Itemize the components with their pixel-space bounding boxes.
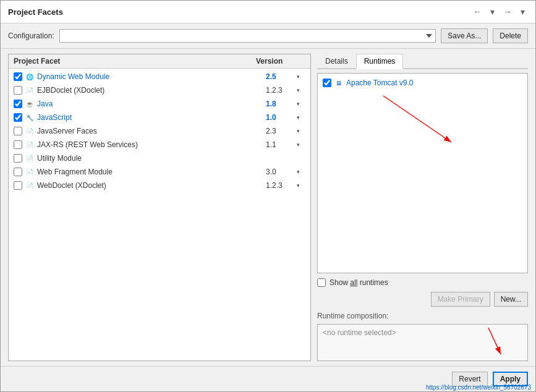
facet-name-ejbdoclet: EJBDoclet (XDoclet)	[37, 86, 266, 95]
list-item: 📄 EJBDoclet (XDoclet) 1.2.3 ▾	[9, 83, 310, 97]
list-item: 🌐 Dynamic Web Module 2.5 ▾	[9, 70, 310, 83]
list-item: 🔧 JavaScript 1.0 ▾	[9, 111, 310, 124]
dialog-title: Project Facets	[8, 7, 63, 17]
facet-check-webfrag[interactable]	[14, 168, 22, 176]
nav-dropdown-button[interactable]: ▾	[487, 6, 498, 18]
facet-check-ejbdoclet[interactable]	[14, 86, 22, 95]
list-item: 📄 JavaServer Faces 2.3 ▾	[9, 124, 310, 138]
facet-name-jaxrs: JAX-RS (REST Web Services)	[37, 140, 266, 149]
webfrag-icon: 📄	[25, 167, 35, 177]
show-all-runtimes-label: Show all runtimes	[330, 278, 388, 287]
facet-version-webdoclet: 1.2.3	[266, 181, 297, 190]
title-bar: Project Facets ← ▾ → ▾	[1, 1, 535, 23]
list-item: 📄 WebDoclet (XDoclet) 1.2.3 ▾	[9, 179, 310, 192]
facet-dropdown-dynamic-web[interactable]: ▾	[297, 74, 305, 80]
list-item: 📄 Utility Module	[9, 151, 310, 165]
tabs: Details Runtimes	[317, 54, 528, 69]
facet-version-dynamic-web: 2.5	[266, 72, 297, 81]
runtime-buttons: Make Primary New...	[317, 292, 528, 307]
facet-name-webdoclet: WebDoclet (XDoclet)	[37, 181, 266, 190]
list-item: 📄 Web Fragment Module 3.0 ▾	[9, 165, 310, 179]
facet-check-dynamic-web[interactable]	[14, 72, 22, 81]
jaxrs-icon: 📄	[25, 140, 35, 150]
facet-name-jsf: JavaServer Faces	[37, 127, 266, 135]
facet-check-java[interactable]	[14, 100, 22, 108]
list-item: ☕ Java 1.8 ▾	[9, 97, 310, 111]
runtime-composition-label: Runtime composition:	[317, 312, 528, 320]
facet-version-javascript: 1.0	[266, 113, 297, 122]
runtime-name-tomcat: Apache Tomcat v9.0	[346, 79, 414, 87]
js-icon: 🔧	[25, 113, 35, 122]
facets-panel: Project Facet Version 🌐 Dynamic Web Modu…	[8, 54, 311, 361]
title-bar-nav: ← ▾ → ▾	[470, 6, 528, 18]
facet-dropdown-jaxrs[interactable]: ▾	[297, 142, 305, 148]
show-all-runtimes-row: Show all runtimes	[317, 277, 528, 288]
java-icon: ☕	[25, 99, 35, 109]
facet-version-jsf: 2.3	[266, 127, 297, 135]
runtime-item: 🖥 Apache Tomcat v9.0	[320, 76, 525, 90]
dialog-wrapper: Project Facets ← ▾ → ▾ Configuration: Sa…	[0, 0, 536, 392]
webdoclet-icon: 📄	[25, 181, 35, 190]
facet-version-webfrag: 3.0	[266, 168, 297, 176]
facet-version-java: 1.8	[266, 100, 297, 108]
facet-dropdown-jsf[interactable]: ▾	[297, 128, 305, 134]
no-runtime-selected-text: <no runtime selected>	[323, 328, 396, 337]
col-version: Version	[256, 57, 305, 66]
runtime-check-tomcat[interactable]	[323, 79, 331, 87]
facet-check-utility[interactable]	[14, 154, 22, 163]
list-item: 📄 JAX-RS (REST Web Services) 1.1 ▾	[9, 138, 310, 151]
tab-runtimes[interactable]: Runtimes	[356, 54, 404, 69]
footer-url: https://blog.csdn.net/weixin_56702673	[426, 384, 531, 391]
runtime-composition-box: <no runtime selected>	[317, 324, 528, 361]
facet-dropdown-webfrag[interactable]: ▾	[297, 169, 305, 175]
facet-header: Project Facet Version	[9, 54, 310, 69]
facet-dropdown-webdoclet[interactable]: ▾	[297, 182, 305, 189]
right-panel: Details Runtimes 🖥 Apache Tomcat v9.0	[317, 54, 528, 361]
facet-version-ejbdoclet: 1.2.3	[266, 86, 297, 95]
facet-name-java: Java	[37, 100, 266, 108]
col-project-facet: Project Facet	[14, 57, 256, 66]
back-button[interactable]: ←	[470, 6, 485, 18]
web-module-icon: 🌐	[25, 72, 35, 82]
tab-details[interactable]: Details	[317, 54, 356, 68]
new-runtime-button[interactable]: New...	[494, 292, 528, 307]
facet-name-utility: Utility Module	[37, 154, 274, 163]
facet-dropdown-javascript[interactable]: ▾	[297, 114, 305, 121]
config-select[interactable]	[59, 29, 436, 43]
facet-dropdown-java[interactable]: ▾	[297, 101, 305, 107]
facet-list: 🌐 Dynamic Web Module 2.5 ▾ 📄 EJBDoclet (…	[9, 69, 310, 360]
ejb-icon: 📄	[25, 85, 35, 95]
facet-name-dynamic-web: Dynamic Web Module	[37, 72, 266, 81]
facet-check-javascript[interactable]	[14, 113, 22, 122]
save-as-button[interactable]: Save As...	[441, 28, 488, 43]
configuration-row: Configuration: Save As... Delete	[1, 23, 535, 49]
main-content: Project Facet Version 🌐 Dynamic Web Modu…	[1, 49, 535, 366]
facet-name-webfrag: Web Fragment Module	[37, 168, 266, 176]
tomcat-icon: 🖥	[334, 78, 344, 88]
facet-dropdown-ejbdoclet[interactable]: ▾	[297, 87, 305, 93]
show-all-runtimes-check[interactable]	[317, 278, 326, 287]
nav-dropdown2-button[interactable]: ▾	[517, 6, 528, 18]
forward-button[interactable]: →	[500, 6, 515, 18]
utility-icon: 📄	[25, 153, 35, 163]
config-label: Configuration:	[8, 32, 54, 40]
facet-name-javascript: JavaScript	[37, 113, 266, 122]
project-facets-dialog: Project Facets ← ▾ → ▾ Configuration: Sa…	[0, 0, 536, 392]
jsf-icon: 📄	[25, 126, 35, 136]
facet-version-jaxrs: 1.1	[266, 140, 297, 149]
runtimes-list-box: 🖥 Apache Tomcat v9.0	[317, 73, 528, 273]
make-primary-button[interactable]: Make Primary	[431, 292, 490, 307]
facet-check-jaxrs[interactable]	[14, 140, 22, 149]
facet-check-webdoclet[interactable]	[14, 181, 22, 190]
facet-check-jsf[interactable]	[14, 127, 22, 135]
delete-button[interactable]: Delete	[493, 28, 528, 43]
